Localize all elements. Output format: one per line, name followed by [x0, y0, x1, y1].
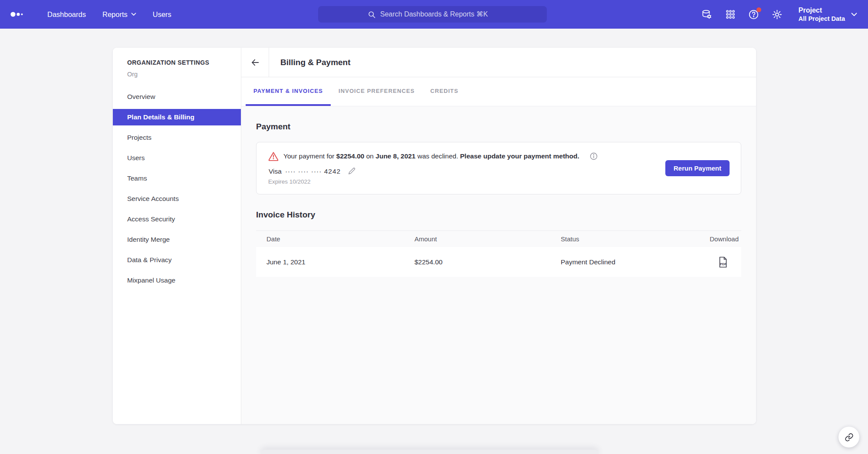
svg-text:PDF: PDF — [720, 262, 727, 266]
sidebar-item-users[interactable]: Users — [113, 150, 241, 166]
chevron-down-icon — [131, 13, 136, 16]
notification-dot — [756, 7, 761, 12]
apps-grid-icon — [725, 9, 736, 20]
pdf-file-icon: PDF — [718, 256, 728, 268]
sidebar-item-identity-merge[interactable]: Identity Merge — [113, 231, 241, 248]
data-management-button[interactable] — [701, 9, 713, 20]
tab-payment-invoices[interactable]: PAYMENT & INVOICES — [246, 77, 331, 106]
link-icon — [845, 433, 854, 442]
column-header-status: Status — [561, 235, 709, 243]
card-brand: Visa — [269, 168, 282, 175]
search-input[interactable] — [380, 10, 497, 18]
alert-text-part: on — [364, 152, 375, 160]
nav-item-dashboards-label: Dashboards — [47, 10, 86, 19]
gear-icon — [772, 9, 783, 20]
page-title: Billing & Payment — [280, 58, 351, 67]
warning-icon — [268, 151, 279, 161]
download-pdf-button[interactable]: PDF — [718, 256, 728, 268]
share-link-button[interactable] — [838, 427, 859, 447]
rerun-payment-button[interactable]: Rerun Payment — [665, 160, 730, 176]
back-button[interactable] — [241, 48, 269, 77]
tab-credits[interactable]: CREDITS — [422, 77, 466, 106]
column-header-amount: Amount — [414, 235, 561, 243]
invoice-date: June 1, 2021 — [256, 258, 414, 266]
card-expiry: Expires 10/2022 — [268, 178, 730, 185]
settings-button[interactable] — [772, 9, 783, 20]
billing-main: Billing & Payment PAYMENT & INVOICES INV… — [241, 48, 756, 424]
sidebar-item-service-accounts[interactable]: Service Accounts — [113, 191, 241, 207]
payment-section-title: Payment — [256, 122, 741, 132]
sidebar-item-teams[interactable]: Teams — [113, 170, 241, 187]
alert-message: Your payment for $2254.00 on June 8, 202… — [283, 152, 579, 160]
billing-tabs: PAYMENT & INVOICES INVOICE PREFERENCES C… — [241, 77, 756, 106]
payment-declined-card: Your payment for $2254.00 on June 8, 202… — [256, 142, 741, 194]
navbar-left: Dashboards Reports Users — [0, 9, 180, 20]
nav-item-users-label: Users — [153, 10, 171, 19]
settings-card: ORGANIZATION SETTINGS Org Overview Plan … — [113, 48, 756, 424]
nav-item-dashboards[interactable]: Dashboards — [47, 10, 86, 19]
top-navbar: Dashboards Reports Users — [0, 0, 868, 29]
sidebar-nav: Overview Plan Details & Billing Projects… — [113, 89, 241, 293]
tab-invoice-preferences[interactable]: INVOICE PREFERENCES — [331, 77, 422, 106]
project-switcher[interactable]: Project All Project Data — [799, 6, 857, 23]
pencil-icon — [348, 167, 356, 175]
sidebar-item-data-privacy[interactable]: Data & Privacy — [113, 252, 241, 268]
project-label: Project — [799, 6, 845, 15]
bottom-sheet-shadow — [260, 450, 599, 454]
project-value: All Project Data — [799, 15, 845, 23]
card-masked-number: ···· ···· ···· 4242 — [285, 168, 341, 175]
payment-declined-alert: Your payment for $2254.00 on June 8, 202… — [268, 151, 730, 161]
org-name: Org — [127, 71, 241, 78]
navbar-right: Project All Project Data — [701, 0, 857, 29]
alert-amount: $2254.00 — [336, 152, 365, 160]
search-icon — [368, 10, 376, 19]
page-header: Billing & Payment — [241, 48, 756, 77]
payment-method-row: Visa ···· ···· ···· 4242 — [269, 167, 730, 175]
invoice-history-title: Invoice History — [256, 210, 741, 220]
sidebar-item-access-security[interactable]: Access Security — [113, 211, 241, 227]
database-gear-icon — [701, 9, 712, 20]
info-icon — [589, 152, 598, 161]
mixpanel-logo-icon[interactable] — [10, 9, 27, 20]
invoice-amount: $2254.00 — [414, 258, 561, 266]
nav-item-reports[interactable]: Reports — [102, 10, 136, 19]
app-window: Dashboards Reports Users — [0, 0, 868, 454]
alert-text-part: Your payment for — [283, 152, 336, 160]
sidebar-title: ORGANIZATION SETTINGS — [127, 59, 241, 66]
alert-info-button[interactable] — [589, 152, 598, 161]
global-search[interactable] — [318, 6, 547, 23]
project-switcher-text: Project All Project Data — [799, 6, 845, 23]
sidebar-item-projects[interactable]: Projects — [113, 129, 241, 146]
edit-payment-method-button[interactable] — [348, 167, 356, 175]
invoice-row: June 1, 2021 $2254.00 Payment Declined P… — [256, 247, 741, 277]
org-settings-sidebar: ORGANIZATION SETTINGS Org Overview Plan … — [113, 48, 241, 424]
alert-date: June 8, 2021 — [375, 152, 415, 160]
invoice-table: Date Amount Status Download June 1, 2021… — [256, 230, 741, 277]
alert-cta-text: Please update your payment method. — [460, 152, 579, 160]
sidebar-item-mixpanel-usage[interactable]: Mixpanel Usage — [113, 272, 241, 289]
sidebar-item-plan-details-billing[interactable]: Plan Details & Billing — [113, 109, 241, 125]
chevron-down-icon — [851, 13, 857, 16]
alert-text-part: was declined. — [416, 152, 460, 160]
apps-grid-button[interactable] — [725, 9, 736, 20]
invoice-status: Payment Declined — [561, 258, 709, 266]
invoice-table-header: Date Amount Status Download — [256, 230, 741, 247]
column-header-download: Download — [709, 235, 741, 243]
nav-item-users[interactable]: Users — [153, 10, 171, 19]
tab-content: Payment Your payment for $2254.00 on Jun… — [241, 106, 756, 424]
arrow-left-icon — [250, 58, 260, 67]
column-header-date: Date — [256, 235, 414, 243]
help-button[interactable] — [748, 9, 760, 20]
sidebar-item-overview[interactable]: Overview — [113, 89, 241, 105]
nav-item-reports-label: Reports — [102, 10, 128, 19]
